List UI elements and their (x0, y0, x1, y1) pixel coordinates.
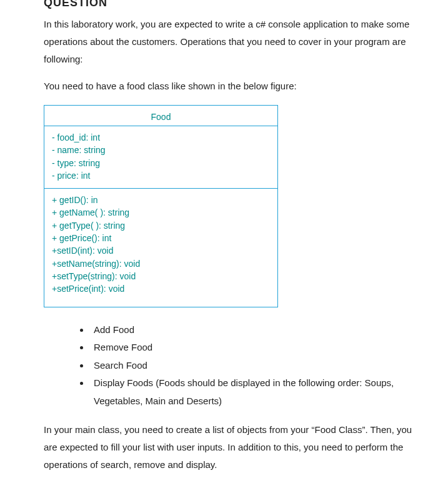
intro-paragraph-1: In this laboratory work, you are expecte… (44, 16, 423, 67)
uml-attribute: - type: string (52, 157, 270, 169)
uml-attribute: - food_id: int (52, 131, 270, 144)
uml-attribute: - name: string (52, 144, 270, 156)
uml-class-diagram: Food - food_id: int - name: string - typ… (44, 105, 278, 307)
example-note: In the below figure, you may see an exam… (70, 479, 423, 483)
uml-method: +setName(string): void (52, 257, 270, 270)
uml-attributes-section: - food_id: int - name: string - type: st… (44, 126, 277, 189)
operation-item: Search Food (90, 357, 423, 375)
uml-method: +setID(int): void (52, 244, 270, 257)
operation-item: Display Foods (Foods should be displayed… (90, 374, 423, 410)
uml-method: + getName( ): string (52, 206, 270, 219)
closing-paragraph: In your main class, you need to create a… (44, 421, 423, 473)
uml-class-name: Food (44, 106, 277, 126)
uml-method: +setPrice(int): void (52, 282, 270, 295)
uml-method: + getPrice(): int (52, 232, 270, 244)
operation-item: Remove Food (90, 339, 423, 357)
operations-list: Add Food Remove Food Search Food Display… (90, 321, 423, 411)
uml-attribute: - price: int (52, 169, 270, 182)
uml-method: +setType(string): void (52, 270, 270, 282)
intro-paragraph-2: You need to have a food class like shown… (44, 77, 423, 95)
heading-question: QUESTION (44, 0, 423, 9)
uml-methods-section: + getID(): in + getName( ): string + get… (44, 189, 277, 306)
uml-method: + getID(): in (52, 194, 270, 206)
operation-item: Add Food (90, 321, 423, 339)
uml-method: + getType( ): string (52, 219, 270, 232)
